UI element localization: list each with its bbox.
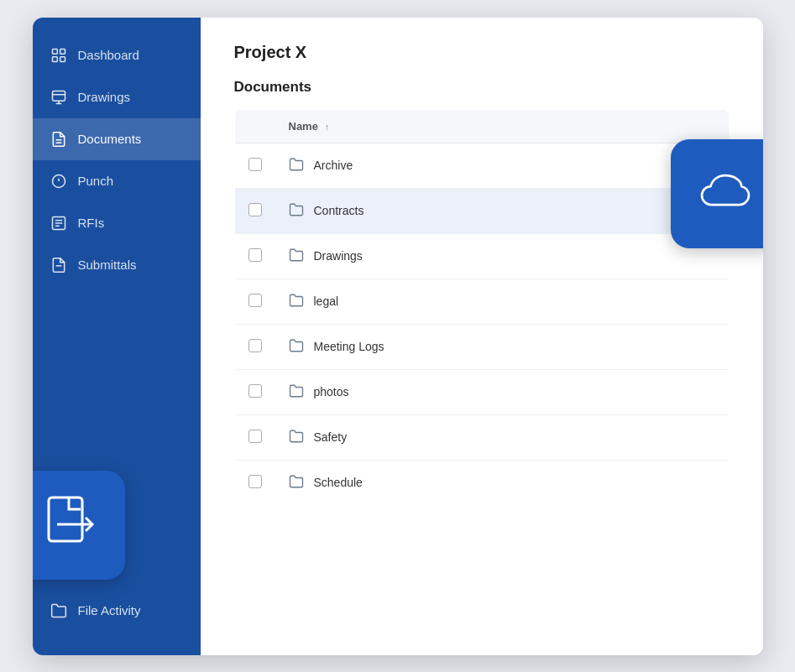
folder-name: Meeting Logs <box>314 340 384 353</box>
row-checkbox-cell <box>234 143 275 188</box>
row-name-cell: legal <box>275 279 730 324</box>
table-row[interactable]: legal <box>234 279 729 324</box>
sidebar-item-punch[interactable]: Punch <box>33 160 201 202</box>
folder-name: legal <box>314 294 339 308</box>
row-checkbox[interactable] <box>248 430 262 443</box>
file-export-svg <box>41 496 100 555</box>
folder-icon <box>289 338 304 356</box>
table-row[interactable]: Meeting Logs <box>234 324 729 369</box>
submittals-icon <box>50 256 68 274</box>
svg-rect-4 <box>52 91 65 101</box>
row-name-cell: Safety <box>275 414 730 460</box>
row-name-cell: photos <box>275 369 730 414</box>
section-title: Documents <box>234 79 730 96</box>
sidebar-item-label: Dashboard <box>78 48 139 62</box>
main-content: Project X Documents Name ↑ ArchiveContra… <box>201 18 763 655</box>
folder-icon <box>289 157 304 175</box>
row-checkbox-cell <box>234 324 275 369</box>
svg-rect-3 <box>60 56 65 61</box>
row-name-cell: Archive <box>275 143 730 188</box>
sidebar-item-dashboard[interactable]: Dashboard <box>33 34 201 76</box>
row-name-cell: Schedule <box>275 460 730 505</box>
row-checkbox-cell <box>234 233 275 279</box>
row-checkbox[interactable] <box>248 475 262 488</box>
file-activity-icon <box>50 602 68 620</box>
row-checkbox[interactable] <box>248 384 262 398</box>
table-row[interactable]: Drawings <box>234 233 729 279</box>
sidebar-bottom-label: File Activity <box>78 603 141 617</box>
row-name-cell: Contracts <box>275 188 730 233</box>
svg-rect-1 <box>60 49 65 54</box>
folder-icon <box>289 247 304 265</box>
sidebar-item-label: Submittals <box>78 258 137 272</box>
folder-icon <box>289 202 304 220</box>
app-container: Dashboard Drawings Documents Punch RFIs <box>33 18 763 655</box>
row-checkbox-cell <box>234 460 275 505</box>
row-name-cell: Drawings <box>275 233 730 279</box>
folder-icon <box>289 383 304 401</box>
folder-name: Archive <box>314 159 353 172</box>
folder-name: Safety <box>314 430 348 444</box>
folder-icon <box>289 429 304 446</box>
row-name-cell: Meeting Logs <box>275 324 730 369</box>
table-row[interactable]: Schedule <box>234 460 729 505</box>
header-checkbox-cell <box>234 109 275 143</box>
row-checkbox[interactable] <box>248 339 262 352</box>
header-name: Name ↑ <box>275 109 730 143</box>
project-title: Project X <box>234 43 730 62</box>
floating-cloud-icon <box>671 139 763 248</box>
dashboard-icon <box>50 46 68 65</box>
sidebar-item-drawings[interactable]: Drawings <box>33 76 201 118</box>
sidebar-item-documents[interactable]: Documents <box>33 118 201 160</box>
sidebar-item-label: Punch <box>78 174 114 188</box>
floating-file-export-icon <box>33 471 125 580</box>
table-row[interactable]: Archive <box>234 143 729 188</box>
rfis-icon <box>50 214 68 232</box>
sidebar-item-label: RFIs <box>78 216 105 230</box>
sidebar-item-label: Drawings <box>78 90 131 104</box>
sidebar-item-rfis[interactable]: RFIs <box>33 202 201 244</box>
cloud-svg <box>696 164 755 223</box>
row-checkbox-cell <box>234 188 275 233</box>
folder-name: Drawings <box>314 249 363 263</box>
punch-icon <box>50 172 68 190</box>
table-header: Name ↑ <box>234 109 729 143</box>
sort-arrow: ↑ <box>325 122 330 132</box>
sidebar-item-label: Documents <box>78 132 142 146</box>
folder-icon <box>289 293 304 310</box>
row-checkbox[interactable] <box>248 294 262 307</box>
row-checkbox[interactable] <box>248 158 262 171</box>
row-checkbox[interactable] <box>248 203 262 216</box>
svg-rect-18 <box>49 497 82 541</box>
folder-name: photos <box>314 385 349 399</box>
row-checkbox-cell <box>234 369 275 414</box>
folder-name: Contracts <box>314 204 364 217</box>
folder-icon <box>289 474 304 492</box>
row-checkbox[interactable] <box>248 248 262 262</box>
row-checkbox-cell <box>234 414 275 460</box>
documents-icon <box>50 130 68 148</box>
table-row[interactable]: Safety <box>234 414 729 460</box>
table-row[interactable]: Contracts <box>234 188 729 233</box>
svg-rect-2 <box>52 56 57 61</box>
row-checkbox-cell <box>234 279 275 324</box>
folder-name: Schedule <box>314 476 363 489</box>
table-body: ArchiveContractsDrawingslegalMeeting Log… <box>234 143 729 505</box>
svg-rect-0 <box>52 49 57 54</box>
sidebar-item-submittals[interactable]: Submittals <box>33 244 201 286</box>
documents-table: Name ↑ ArchiveContractsDrawingslegalMeet… <box>234 109 730 506</box>
sidebar-item-file-activity[interactable]: File Activity <box>33 590 201 632</box>
table-row[interactable]: photos <box>234 369 729 414</box>
drawings-icon <box>50 88 68 107</box>
